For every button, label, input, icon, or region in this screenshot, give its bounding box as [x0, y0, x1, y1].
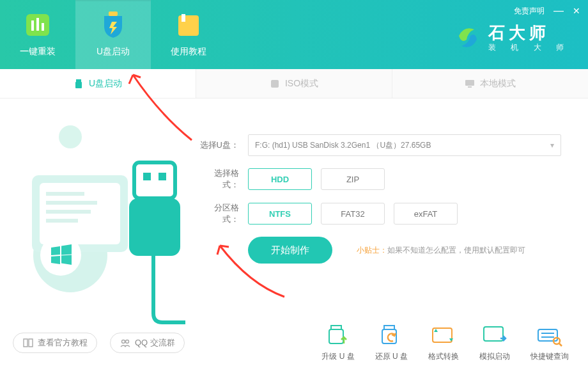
tab-iso[interactable]: ISO模式 — [196, 69, 392, 98]
svg-rect-22 — [143, 173, 151, 180]
option-hdd[interactable]: HDD — [248, 168, 312, 190]
option-exfat[interactable]: exFAT — [394, 203, 458, 225]
nav-reinstall[interactable]: 一键重装 — [0, 0, 75, 69]
tutorial-link[interactable]: 查看官方教程 — [13, 333, 97, 353]
svg-rect-2 — [36, 18, 39, 31]
brand: 石大师 装 机 大 师 — [455, 23, 570, 52]
qq-group-link[interactable]: QQ 交流群 — [110, 333, 185, 353]
action-format-convert[interactable]: 格式转换 — [428, 324, 459, 362]
svg-rect-16 — [46, 192, 84, 196]
svg-rect-21 — [134, 162, 175, 198]
keyboard-search-icon — [536, 324, 563, 347]
tip-text: 小贴士：如果不知道怎么配置，使用默认配置即可 — [357, 245, 525, 256]
svg-rect-6 — [182, 14, 185, 22]
simulate-icon — [481, 324, 508, 347]
action-simulate-boot[interactable]: 模拟启动 — [479, 324, 510, 362]
tab-label: ISO模式 — [285, 78, 318, 90]
option-zip[interactable]: ZIP — [321, 168, 385, 190]
minimize-icon[interactable]: — — [553, 5, 564, 17]
usb-icon — [74, 79, 84, 89]
convert-icon — [430, 324, 457, 347]
svg-rect-11 — [468, 86, 472, 88]
monitor-icon — [465, 79, 475, 89]
mode-tabs: U盘启动 ISO模式 本地模式 — [0, 69, 588, 99]
action-hotkey-lookup[interactable]: 快捷键查询 — [530, 324, 569, 362]
main-panel: 选择U盘： F:G: (hd1) USB SanDisk 3.2Gen1 （U盘… — [0, 99, 588, 336]
usb-refresh-icon — [378, 324, 405, 347]
config-form: 选择U盘： F:G: (hd1) USB SanDisk 3.2Gen1 （U盘… — [198, 134, 573, 275]
svg-rect-24 — [129, 198, 180, 256]
svg-point-20 — [40, 235, 81, 276]
svg-rect-3 — [42, 23, 44, 31]
action-restore-usb[interactable]: 还原 U 盘 — [375, 324, 408, 362]
iso-icon — [270, 79, 280, 89]
app-header: 免责声明 — ✕ 一键重装 U盘启动 使用教程 石大 — [0, 0, 588, 69]
book-open-icon — [22, 337, 34, 349]
nav-usb-boot[interactable]: U盘启动 — [75, 0, 151, 69]
footer: 查看官方教程 QQ 交流群 升级 U 盘 还原 U 盘 格式转换 模拟启动 快捷… — [0, 315, 588, 371]
svg-point-26 — [126, 340, 129, 343]
top-nav: 一键重装 U盘启动 使用教程 — [0, 0, 226, 69]
action-upgrade-usb[interactable]: 升级 U 盘 — [321, 324, 354, 362]
svg-rect-28 — [329, 329, 343, 343]
tip-key: 小贴士： — [357, 246, 387, 255]
tab-local[interactable]: 本地模式 — [392, 69, 588, 98]
window-controls: 免责声明 — ✕ — [514, 5, 580, 17]
svg-rect-10 — [465, 80, 474, 86]
logo-icon — [455, 24, 482, 51]
brand-subtitle: 装 机 大 师 — [488, 43, 570, 52]
svg-rect-8 — [75, 82, 82, 88]
format-label: 选择格式： — [198, 168, 239, 191]
svg-rect-7 — [76, 79, 81, 82]
partition-label: 分区格式： — [198, 202, 239, 225]
svg-line-37 — [559, 343, 562, 346]
tab-label: U盘启动 — [89, 78, 122, 90]
svg-rect-9 — [271, 80, 279, 88]
svg-point-25 — [122, 340, 125, 343]
svg-rect-32 — [484, 327, 503, 341]
svg-rect-17 — [46, 201, 97, 205]
brand-title: 石大师 — [488, 23, 570, 43]
svg-rect-18 — [46, 210, 91, 214]
close-icon[interactable]: ✕ — [573, 6, 580, 16]
start-button[interactable]: 开始制作 — [248, 237, 332, 264]
svg-rect-19 — [46, 219, 78, 223]
usb-label: 选择U盘： — [198, 139, 239, 151]
usb-shield-icon — [98, 12, 128, 40]
disclaimer-link[interactable]: 免责声明 — [514, 6, 545, 17]
bars-icon — [22, 12, 53, 40]
people-icon — [120, 337, 131, 349]
tab-usb-boot[interactable]: U盘启动 — [0, 69, 196, 98]
book-icon — [173, 12, 204, 40]
chevron-down-icon: ▾ — [550, 141, 554, 150]
svg-point-12 — [59, 125, 82, 148]
option-ntfs[interactable]: NTFS — [248, 203, 312, 225]
svg-rect-4 — [109, 12, 118, 16]
usb-select[interactable]: F:G: (hd1) USB SanDisk 3.2Gen1 （U盘）27.65… — [248, 134, 561, 156]
tab-label: 本地模式 — [480, 78, 516, 90]
footer-actions: 升级 U 盘 还原 U 盘 格式转换 模拟启动 快捷键查询 — [321, 324, 588, 362]
usb-value: F:G: (hd1) USB SanDisk 3.2Gen1 （U盘）27.65… — [255, 140, 431, 151]
svg-rect-5 — [178, 15, 199, 36]
usb-illustration — [6, 118, 185, 329]
nav-label: 一键重装 — [20, 46, 56, 58]
nav-label: 使用教程 — [171, 46, 206, 58]
footer-left: 查看官方教程 QQ 交流群 — [0, 333, 185, 353]
usb-up-icon — [325, 324, 352, 347]
nav-label: U盘启动 — [97, 46, 130, 58]
svg-rect-23 — [159, 173, 166, 180]
option-fat32[interactable]: FAT32 — [321, 203, 385, 225]
nav-tutorial[interactable]: 使用教程 — [151, 0, 226, 69]
svg-rect-1 — [31, 20, 34, 31]
